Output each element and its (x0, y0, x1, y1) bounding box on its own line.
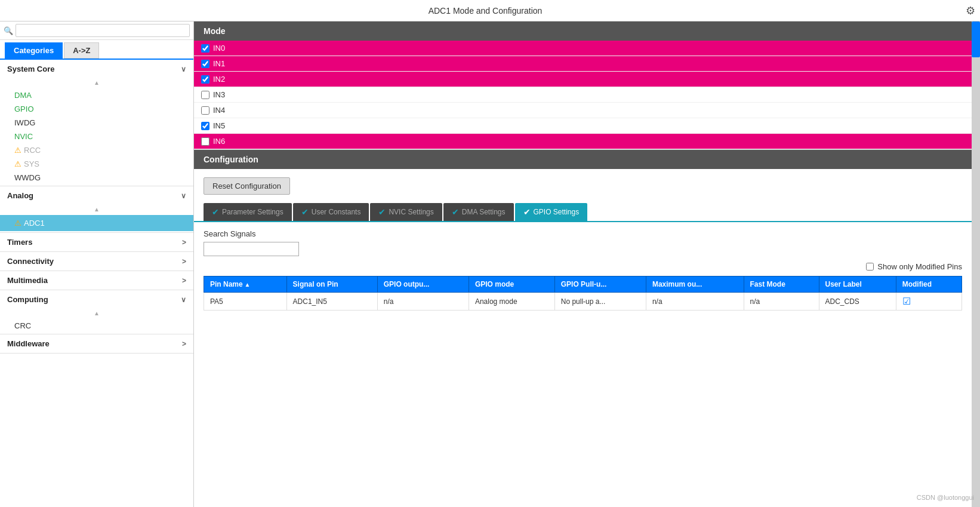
section-computing: Computing ∨ ▲ CRC (0, 290, 193, 334)
tab-dma-settings[interactable]: ✔ DMA Settings (443, 203, 514, 221)
cell-max-output: n/a (646, 293, 744, 311)
reset-configuration-button[interactable]: Reset Configuration (204, 177, 290, 195)
mode-item-in4: IN4 (194, 103, 972, 118)
tab-label-nvic: NVIC Settings (389, 208, 433, 216)
category-header-connectivity[interactable]: Connectivity > (0, 252, 193, 271)
sidebar-search-input[interactable] (16, 24, 190, 37)
mode-item-in0: IN0 (194, 41, 972, 56)
sidebar-item-rcc[interactable]: ⚠RCC (0, 143, 193, 157)
config-tabs: ✔ Parameter Settings ✔ User Constants ✔ … (194, 203, 972, 222)
mode-item-in2: IN2 (194, 72, 972, 87)
category-header-computing[interactable]: Computing ∨ (0, 290, 193, 309)
checkbox-in0[interactable] (201, 44, 209, 53)
chevron-down-icon-computing: ∨ (181, 296, 186, 304)
checkbox-in1[interactable] (201, 60, 209, 68)
scroll-thumb[interactable] (972, 21, 980, 57)
table-row: PA5 ADC1_IN5 n/a Analog mode No pull-up … (204, 293, 962, 311)
col-pin-name[interactable]: Pin Name (204, 276, 287, 293)
system-core-items: DMA GPIO IWDG NVIC ⚠RCC ⚠SYS WWDG (0, 87, 193, 186)
cell-modified: ☑ (896, 293, 961, 311)
col-fast-mode[interactable]: Fast Mode (744, 276, 819, 293)
section-analog: Analog ∨ ▲ ⚠ADC1 (0, 186, 193, 233)
section-multimedia: Multimedia > (0, 271, 193, 290)
checkbox-in5[interactable] (201, 122, 209, 130)
label-in0: IN0 (213, 44, 225, 53)
sidebar-item-sys[interactable]: ⚠SYS (0, 157, 193, 171)
tab-parameter-settings[interactable]: ✔ Parameter Settings (204, 203, 292, 221)
scroll-indicator-analog-up: ▲ (0, 205, 193, 214)
check-icon-dma: ✔ (452, 207, 459, 217)
checkbox-in6[interactable] (201, 137, 209, 146)
label-in3: IN3 (213, 90, 225, 99)
category-header-system-core[interactable]: System Core ∨ (0, 60, 193, 78)
tab-categories[interactable]: Categories (5, 42, 63, 59)
col-gpio-pull[interactable]: GPIO Pull-u... (554, 276, 646, 293)
scroll-indicator-computing-up: ▲ (0, 309, 193, 318)
show-modified-checkbox[interactable] (866, 263, 874, 271)
warning-icon-adc1: ⚠ (14, 219, 21, 228)
checkbox-in3[interactable] (201, 91, 209, 99)
col-modified[interactable]: Modified (896, 276, 961, 293)
sidebar-item-nvic[interactable]: NVIC (0, 130, 193, 143)
category-label-computing: Computing (7, 295, 48, 304)
gear-icon[interactable]: ⚙ (966, 4, 975, 17)
mode-list: IN0 IN1 IN2 IN3 IN4 IN5 (194, 41, 972, 150)
cell-signal: ADC1_IN5 (286, 293, 377, 311)
scroll-track[interactable] (972, 21, 980, 507)
category-header-multimedia[interactable]: Multimedia > (0, 271, 193, 290)
sidebar-item-dma[interactable]: DMA (0, 88, 193, 102)
tab-atoz[interactable]: A->Z (64, 42, 99, 59)
col-gpio-mode[interactable]: GPIO mode (469, 276, 554, 293)
mode-item-in3: IN3 (194, 87, 972, 103)
sidebar-item-adc1[interactable]: ⚠ADC1 (0, 215, 193, 231)
window-title: ADC1 Mode and Configuration (5, 6, 966, 16)
category-label-analog: Analog (7, 191, 33, 200)
label-in5: IN5 (213, 121, 225, 130)
computing-items: CRC (0, 318, 193, 334)
mode-item-in6: IN6 (194, 134, 972, 149)
cell-gpio-mode: Analog mode (469, 293, 554, 311)
col-max-output[interactable]: Maximum ou... (646, 276, 744, 293)
sidebar-item-crc[interactable]: CRC (0, 319, 193, 333)
chevron-right-icon-connectivity: > (182, 257, 186, 266)
section-timers: Timers > (0, 233, 193, 252)
category-header-timers[interactable]: Timers > (0, 233, 193, 251)
gpio-content: Search Signals Show only Modified Pins P… (194, 222, 972, 507)
sidebar-item-wwdg[interactable]: WWDG (0, 171, 193, 185)
cell-pin-name: PA5 (204, 293, 287, 311)
cell-gpio-pull: No pull-up a... (554, 293, 646, 311)
check-icon-param: ✔ (212, 207, 219, 217)
cell-user-label: ADC_CDS (819, 293, 896, 311)
section-middleware: Middleware > (0, 334, 193, 354)
category-label-system-core: System Core (7, 64, 54, 73)
show-modified-label: Show only Modified Pins (877, 262, 962, 271)
tab-gpio-settings[interactable]: ✔ GPIO Settings (515, 203, 588, 221)
tab-user-constants[interactable]: ✔ User Constants (293, 203, 369, 221)
tab-nvic-settings[interactable]: ✔ NVIC Settings (370, 203, 442, 221)
sidebar-item-gpio[interactable]: GPIO (0, 102, 193, 116)
tab-label-param: Parameter Settings (222, 208, 283, 216)
label-in1: IN1 (213, 59, 225, 68)
config-section-header: Configuration (194, 150, 972, 169)
col-signal[interactable]: Signal on Pin (286, 276, 377, 293)
check-icon-gpio: ✔ (523, 207, 531, 217)
search-icon: 🔍 (4, 26, 13, 35)
search-signals-input[interactable] (204, 242, 299, 256)
section-system-core: System Core ∨ ▲ DMA GPIO IWDG NVIC ⚠RCC … (0, 60, 193, 186)
sidebar-item-iwdg[interactable]: IWDG (0, 116, 193, 130)
category-header-analog[interactable]: Analog ∨ (0, 186, 193, 205)
chevron-right-icon-multimedia: > (182, 276, 186, 285)
label-in4: IN4 (213, 106, 225, 115)
checkbox-in2[interactable] (201, 75, 209, 84)
sidebar-tabs: Categories A->Z (0, 40, 193, 60)
chevron-right-icon-timers: > (182, 238, 186, 247)
category-label-middleware: Middleware (7, 339, 50, 348)
checkbox-in4[interactable] (201, 106, 209, 115)
category-header-middleware[interactable]: Middleware > (0, 334, 193, 353)
analog-items: ⚠ADC1 (0, 214, 193, 232)
col-user-label[interactable]: User Label (819, 276, 896, 293)
config-section: Configuration Reset Configuration ✔ Para… (194, 150, 972, 507)
mode-item-in1: IN1 (194, 56, 972, 72)
col-gpio-output[interactable]: GPIO outpu... (377, 276, 469, 293)
table-header-row: Pin Name Signal on Pin GPIO outpu... GPI… (204, 276, 962, 293)
